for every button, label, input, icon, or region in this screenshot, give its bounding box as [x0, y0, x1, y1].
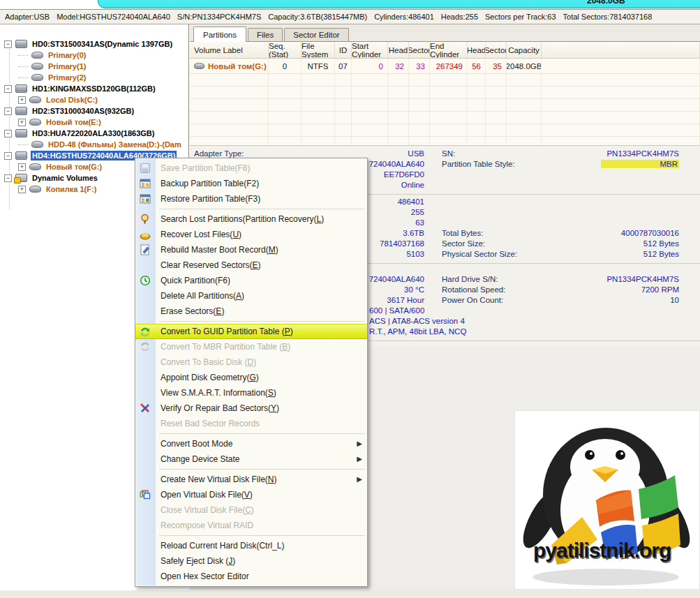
- volume-label-cell[interactable]: Новый том(G:): [190, 59, 269, 73]
- convert-gpt-recycle-icon: [140, 327, 151, 338]
- menu-item-label: Convert To GUID Partition Table (P): [161, 327, 293, 336]
- submenu-arrow-icon: ▶: [357, 451, 362, 467]
- detail-value-wide: R.T., APM, 48bit LBA, NCQ: [369, 327, 466, 336]
- menu-item-clear-reserved-sectors-e[interactable]: Clear Reserved Sectors(E): [135, 257, 367, 273]
- partition-icon: [31, 52, 43, 59]
- empty-grid-cell: [388, 74, 409, 145]
- collapse-icon[interactable]: −: [4, 40, 12, 48]
- tree-item-disk[interactable]: −HD2:ST31000340AS(932GB): [0, 105, 188, 117]
- tree-item-partition[interactable]: +Local Disk(C:): [0, 94, 188, 105]
- bottom-strip: [0, 590, 700, 598]
- tree-item-partition[interactable]: Primary(2): [0, 72, 188, 83]
- detail-label: Total Bytes:: [442, 229, 483, 237]
- hard-disk-icon: [15, 107, 27, 115]
- menu-item-label: Delete All Partitions(A): [161, 291, 244, 301]
- empty-grid-cell: [190, 74, 269, 145]
- menu-item-erase-sectors-e[interactable]: Erase Sectors(E): [135, 304, 367, 319]
- menu-item-delete-all-partitions-a[interactable]: Delete All Partitions(A): [135, 288, 367, 304]
- empty-grid-cell: [430, 74, 468, 145]
- collapse-icon[interactable]: −: [4, 85, 12, 93]
- menu-item-recompose-virtual-raid: Recompose Virtual RAID: [135, 518, 367, 533]
- collapse-icon[interactable]: −: [4, 174, 12, 182]
- tree-item-disk[interactable]: −HD0:ST31500341AS(Dynamic 1397GB): [0, 38, 188, 50]
- table-cell: 32: [388, 59, 409, 73]
- menu-item-search-lost-partitions-partition-recovery-l[interactable]: Search Lost Partitions(Partition Recover…: [135, 211, 367, 227]
- tree-item-partition[interactable]: Primary(0): [0, 50, 188, 61]
- menu-item-create-new-virtual-disk-file-n[interactable]: Create New Virtual Disk File(N)▶: [135, 472, 367, 487]
- menu-item-appoint-disk-geometry-g[interactable]: Appoint Disk Geometry(G): [135, 370, 367, 385]
- mbr-highlight: MBR: [601, 160, 679, 168]
- column-header[interactable]: End Cylinder: [430, 42, 468, 58]
- column-header[interactable]: File System: [301, 42, 335, 58]
- save-icon: [140, 163, 151, 174]
- table-cell: 33: [409, 59, 430, 73]
- menu-item-rebuild-master-boot-record-m[interactable]: Rebuild Master Boot Record(M): [135, 242, 367, 257]
- menu-item-convert-to-guid-partition-table-p[interactable]: Convert To GUID Partition Table (P): [135, 324, 367, 339]
- detail-value-wide: 600 | SATA/600: [369, 306, 424, 315]
- menu-item-verify-or-repair-bad-sectors-y[interactable]: Verify Or Repair Bad Sectors(Y): [135, 401, 367, 416]
- column-header[interactable]: Head: [468, 42, 486, 58]
- menu-item-quick-partition-f6[interactable]: Quick Partition(F6): [135, 273, 367, 288]
- column-header[interactable]: Start Cylinder: [352, 42, 388, 58]
- tree-item-partition[interactable]: Primary(1): [0, 61, 188, 72]
- menu-separator: [159, 535, 365, 536]
- tree-item-disk[interactable]: −HD1:KINGMAXSSD120GB(112GB): [0, 83, 188, 94]
- diskgenius-window: 2048.0GB Adapter:USBModel:HGSTHUS724040A…: [0, 0, 700, 598]
- tree-item-label: Dynamic Volumes: [31, 173, 99, 183]
- column-header[interactable]: Sector: [409, 42, 430, 58]
- menu-item-open-virtual-disk-file-v[interactable]: Open Virtual Disk File(V): [135, 487, 367, 502]
- tree-item-disk[interactable]: −HD3:HUA722020ALA330(1863GB): [0, 128, 188, 139]
- menu-item-label: Open Hex Sector Editor: [161, 571, 249, 581]
- partition-capacity-bar[interactable]: 2048.0GB: [98, 0, 700, 8]
- empty-grid-cell: [335, 74, 352, 145]
- column-header[interactable]: ID: [335, 42, 352, 58]
- tree-item-partition[interactable]: +Новый том(E:): [0, 117, 188, 128]
- collapse-icon[interactable]: −: [4, 152, 12, 160]
- column-header[interactable]: Seq.(Stat): [269, 42, 301, 58]
- empty-grid-cell: [507, 74, 542, 145]
- tab-sector-editor[interactable]: Sector Editor: [284, 28, 348, 41]
- column-header[interactable]: Volume Label: [190, 42, 269, 58]
- menu-item-convert-boot-mode[interactable]: Convert Boot Mode▶: [135, 436, 367, 451]
- menu-item-change-device-state[interactable]: Change Device State▶: [135, 451, 367, 467]
- tree-connector: [18, 55, 28, 56]
- menu-item-safely-eject-disk-j[interactable]: Safely Eject Disk (J): [135, 553, 367, 569]
- menu-item-reload-current-hard-disk-ctrl-l[interactable]: Reload Current Hard Disk(Ctrl_L): [135, 538, 367, 553]
- column-header[interactable]: Capacity: [507, 42, 542, 58]
- collapse-icon[interactable]: −: [4, 130, 12, 137]
- menu-item-open-hex-sector-editor[interactable]: Open Hex Sector Editor: [135, 569, 367, 584]
- column-header[interactable]: Sector: [486, 42, 507, 58]
- menu-item-label: Erase Sectors(E): [161, 306, 224, 316]
- tree-item-partition[interactable]: HDD-48 (Фильмы) Замена(D:)-(Dam: [0, 139, 188, 150]
- expand-icon[interactable]: +: [18, 119, 26, 126]
- menu-item-label: Reload Current Hard Disk(Ctrl_L): [161, 541, 284, 551]
- partition-table-row[interactable]: Новый том(G:)0NTFS070323326734956352048.…: [190, 59, 700, 74]
- tree-connector: [18, 144, 28, 145]
- expand-icon[interactable]: +: [18, 186, 26, 193]
- menu-item-recover-lost-files-u[interactable]: Recover Lost Files(U): [135, 227, 367, 242]
- menu-item-label: Safely Eject Disk (J): [161, 556, 235, 566]
- detail-label: Sector Size:: [442, 239, 485, 248]
- menu-item-label: Reset Bad Sector Records: [161, 419, 260, 428]
- expand-icon[interactable]: +: [18, 96, 26, 104]
- status-field: Heads:255: [441, 13, 478, 21]
- table-cell: 07: [335, 59, 352, 73]
- tree-item-label: Primary(2): [47, 73, 87, 82]
- column-header[interactable]: Head: [388, 42, 409, 58]
- menu-item-backup-partition-table-f2[interactable]: Backup Partition Table(F2): [135, 176, 367, 191]
- open-virtual-disk-icon: [140, 489, 151, 500]
- tab-partitions[interactable]: Partitions: [193, 27, 246, 42]
- column-header-filler: [542, 42, 700, 58]
- tree-item-label: Копилка 1(F:): [45, 184, 98, 194]
- collapse-icon[interactable]: −: [4, 107, 12, 115]
- partition-table-header: Volume LabelSeq.(Stat)File SystemIDStart…: [190, 42, 700, 59]
- menu-item-label: Recover Lost Files(U): [161, 230, 241, 239]
- menu-item-restore-partition-table-f3[interactable]: Restore Partition Table(F3): [135, 191, 367, 207]
- expand-icon[interactable]: +: [18, 163, 26, 171]
- detail-value-right: PN1334PCK4HM7S: [490, 275, 679, 283]
- tab-files[interactable]: Files: [248, 28, 283, 41]
- menu-item-view-s-m-a-r-t-information-s[interactable]: View S.M.A.R.T. Information(S): [135, 385, 367, 401]
- detail-value-right: MBR: [490, 160, 679, 168]
- detail-value-right: 512 Bytes: [490, 239, 679, 248]
- disk-context-menu: Save Partition Table(F8)Backup Partition…: [135, 158, 368, 587]
